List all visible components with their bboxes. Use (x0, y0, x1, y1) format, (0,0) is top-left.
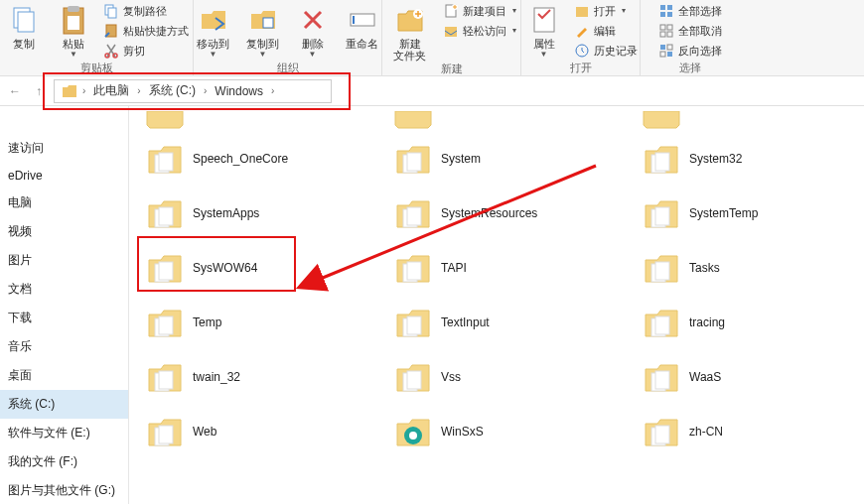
chevron-down-icon: ▼ (309, 50, 317, 59)
properties-icon (528, 4, 560, 36)
sidebar-item[interactable]: 速访问 (0, 134, 128, 163)
svg-rect-6 (108, 8, 116, 18)
folder-item[interactable]: Tasks (636, 240, 864, 295)
sidebar-item[interactable]: 我的文件 (F:) (0, 447, 128, 476)
sidebar-item[interactable]: eDrive (0, 163, 128, 189)
folder-icon (145, 248, 185, 288)
ribbon-group-label: 剪贴板 (80, 61, 113, 74)
edit-button[interactable]: 编辑 (572, 22, 640, 40)
nav-up-button[interactable]: ↑ (30, 82, 48, 100)
folder-item[interactable] (387, 109, 636, 131)
folder-item[interactable]: zh-CN (636, 404, 864, 458)
rename-button[interactable]: 重命名 (341, 2, 384, 50)
history-button[interactable]: 历史记录 (572, 42, 640, 60)
ribbon-group-label: 新建 (441, 62, 463, 75)
svg-rect-39 (159, 207, 173, 225)
selectall-button[interactable]: 全部选择 (656, 2, 724, 20)
selectnone-icon (658, 23, 674, 39)
folder-name: twain_32 (193, 370, 240, 384)
folder-item[interactable]: TextInput (387, 295, 636, 349)
folder-item[interactable]: Vss (387, 349, 636, 404)
chevron-right-icon[interactable]: › (202, 85, 209, 96)
folder-item[interactable]: Web (139, 404, 387, 458)
cut-button[interactable]: 剪切 (101, 42, 191, 60)
breadcrumb-item[interactable]: 此电脑 (89, 82, 133, 99)
sidebar-item[interactable]: 系统 (C:) (0, 390, 128, 419)
folder-icon (642, 193, 681, 233)
folder-item[interactable]: WaaS (636, 349, 864, 404)
sidebar-item[interactable]: 桌面 (0, 361, 128, 390)
sidebar-item[interactable]: 图片与其他文件 (G:) (0, 476, 128, 504)
folder-item[interactable] (636, 109, 864, 131)
svg-rect-45 (159, 262, 173, 280)
sidebar-item[interactable]: 文档 (0, 275, 128, 304)
folder-icon (393, 303, 433, 342)
chevron-down-icon: ▼ (70, 50, 77, 59)
paste-button[interactable]: 粘贴 ▼ (52, 2, 95, 59)
folder-item[interactable]: SystemTemp (636, 186, 864, 240)
newitem-button[interactable]: 新建项目 ▾ (441, 2, 518, 20)
folder-name: TextInput (441, 315, 490, 329)
svg-rect-61 (655, 371, 669, 389)
folder-item[interactable]: WinSxS (387, 404, 636, 458)
copyto-button[interactable]: 复制到 ▼ (241, 2, 285, 59)
sidebar-item[interactable]: 软件与文件 (E:) (0, 419, 128, 447)
folder-icon (393, 193, 433, 233)
properties-button[interactable]: 属性 ▼ (522, 2, 566, 59)
chevron-right-icon[interactable]: › (269, 85, 276, 96)
nav-back-button[interactable]: ← (6, 82, 24, 100)
svg-rect-29 (667, 52, 672, 57)
folder-icon (393, 357, 433, 397)
easyaccess-icon (443, 23, 459, 39)
pasteshortcut-button[interactable]: 粘贴快捷方式 (101, 22, 191, 40)
invertsel-button[interactable]: 反向选择 (656, 42, 724, 60)
folder-item[interactable]: tracing (636, 295, 864, 349)
folder-name: WaaS (689, 370, 721, 384)
svg-rect-63 (159, 426, 173, 443)
folder-view[interactable]: Speech_OneCoreSystemSystem32SystemAppsSy… (129, 106, 864, 504)
moveto-button[interactable]: 移动到 ▼ (192, 2, 235, 59)
folder-name: Temp (193, 315, 221, 329)
body-area: 速访问eDrive电脑视频图片文档下载音乐桌面系统 (C:)软件与文件 (E:)… (0, 106, 864, 504)
copypath-icon (103, 3, 119, 19)
folder-item[interactable]: TAPI (387, 240, 636, 295)
folder-item[interactable] (139, 109, 387, 131)
breadcrumb-item[interactable]: 系统 (C:) (145, 82, 200, 99)
ribbon-group-new: 新建 文件夹 新建项目 ▾ 轻松访问 ▾ 新建 (382, 0, 521, 75)
breadcrumb-item[interactable]: Windows (211, 84, 267, 98)
sidebar-item[interactable]: 电脑 (0, 189, 128, 217)
sidebar-item[interactable]: 音乐 (0, 332, 128, 361)
folder-name: Web (193, 425, 216, 439)
chevron-right-icon[interactable]: › (135, 85, 142, 96)
selectall-icon (658, 3, 674, 19)
sidebar-item[interactable]: 视频 (0, 217, 128, 246)
chevron-right-icon[interactable]: › (80, 85, 87, 96)
chevron-down-icon: ▾ (512, 26, 516, 35)
moveto-icon (198, 4, 229, 36)
ribbon-group-label: 选择 (679, 61, 701, 74)
copyto-icon (247, 4, 279, 36)
open-button[interactable]: 打开 ▾ (572, 2, 640, 20)
folder-item[interactable]: Temp (139, 295, 387, 349)
folder-item[interactable]: SystemResources (387, 186, 636, 240)
folder-item[interactable]: SystemApps (139, 186, 387, 240)
easyaccess-button[interactable]: 轻松访问 ▾ (441, 22, 518, 40)
copy-button[interactable]: 复制 (2, 2, 46, 50)
folder-item[interactable]: Speech_OneCore (139, 131, 387, 186)
folder-item[interactable]: twain_32 (139, 349, 387, 404)
newfolder-button[interactable]: 新建 文件夹 (385, 2, 435, 62)
folder-item[interactable]: System32 (636, 131, 864, 186)
svg-rect-31 (660, 52, 665, 57)
selectnone-button[interactable]: 全部取消 (656, 22, 724, 40)
copypath-button[interactable]: 复制路径 (101, 2, 191, 20)
sidebar-item[interactable]: 图片 (0, 246, 128, 275)
sidebar-item[interactable]: 下载 (0, 304, 128, 332)
newfolder-icon (394, 4, 426, 36)
breadcrumb[interactable]: › 此电脑 › 系统 (C:) › Windows › (54, 79, 332, 103)
folder-item[interactable]: System (387, 131, 636, 186)
folder-icon (642, 248, 681, 288)
folder-item[interactable]: SysWOW64 (139, 240, 387, 295)
folder-icon (642, 357, 681, 397)
folder-icon (642, 111, 681, 129)
delete-button[interactable]: 删除 ▼ (291, 2, 335, 59)
